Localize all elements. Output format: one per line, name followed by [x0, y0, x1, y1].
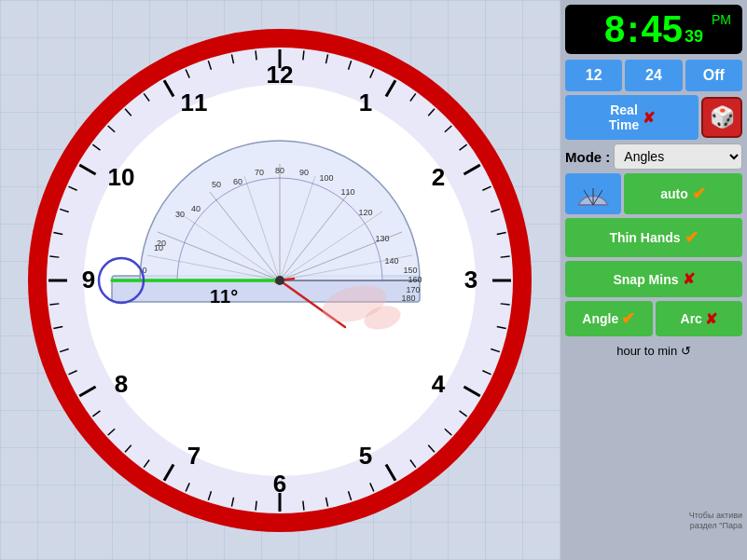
auto-check: ✔	[692, 184, 706, 204]
activation-line2: раздел "Пара	[690, 521, 742, 530]
digital-clock: PM 8 : 45 39	[565, 5, 742, 54]
ampm-display: PM	[712, 12, 731, 27]
protractor-icon	[574, 177, 612, 211]
auto-label: auto	[660, 186, 688, 201]
arc-x: ✘	[705, 310, 717, 328]
snap-mins-x: ✘	[683, 270, 695, 288]
btn-12-hour[interactable]: 12	[565, 60, 622, 91]
realtime-x-mark: ✘	[643, 109, 655, 127]
btn-off[interactable]: Off	[685, 60, 742, 91]
thin-hands-label: Thin Hands	[609, 230, 680, 245]
snap-mins-label: Snap Mins	[613, 272, 678, 287]
hour-to-min[interactable]: hour to min ↺	[565, 340, 742, 362]
clock-area: 12 1 2 3 4 5 6 7 8 9 10 11	[0, 0, 560, 560]
btn-realtime[interactable]: RealTime ✘	[565, 95, 699, 140]
realtime-label: RealTime	[609, 102, 639, 132]
mode-select[interactable]: Angles	[614, 143, 742, 170]
digital-clock-wrapper: PM 8 : 45 39	[565, 5, 742, 56]
minutes-display: 45	[642, 8, 684, 50]
clock-face: 12 1 2 3 4 5 6 7 8 9 10 11	[28, 29, 532, 532]
mode-label: Mode :	[565, 149, 610, 165]
btn-24-hour[interactable]: 24	[625, 60, 682, 91]
mode-row: Mode : Angles	[565, 143, 742, 170]
arc-label: Arc	[681, 311, 702, 326]
seconds-display: 39	[685, 27, 703, 47]
btn-protractor[interactable]	[565, 173, 621, 214]
colon-display: :	[627, 8, 639, 50]
btn-thin-hands[interactable]: Thin Hands ✔	[565, 218, 742, 257]
angle-check: ✔	[621, 308, 635, 329]
angle-label: Angle	[582, 311, 618, 326]
btn-angle[interactable]: Angle ✔	[565, 301, 653, 336]
right-panel: PM 8 : 45 39 12 24 Off RealTime ✘ 🎲 Mode…	[560, 0, 747, 560]
protractor-auto-row: auto ✔	[565, 173, 742, 214]
angle-arc-row: Angle ✔ Arc ✘	[565, 301, 742, 336]
clock-hands-svg	[28, 29, 532, 532]
realtime-row: RealTime ✘ 🎲	[565, 95, 742, 140]
btn-arc[interactable]: Arc ✘	[656, 301, 743, 336]
thin-hands-check: ✔	[685, 227, 699, 248]
dice-icon: 🎲	[710, 105, 735, 130]
hours-display: 8	[604, 8, 625, 50]
hour-format-row: 12 24 Off	[565, 60, 742, 91]
btn-snap-mins[interactable]: Snap Mins ✘	[565, 261, 742, 297]
btn-dice[interactable]: 🎲	[701, 97, 742, 138]
activation-text: Чтобы активи раздел "Пара	[565, 511, 742, 532]
btn-auto[interactable]: auto ✔	[624, 173, 742, 214]
activation-line1: Чтобы активи	[689, 511, 742, 520]
